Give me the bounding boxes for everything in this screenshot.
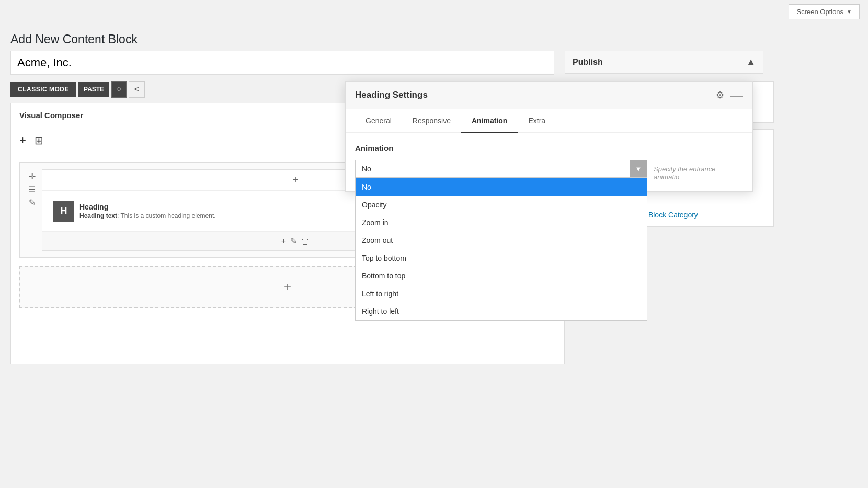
page-title: Add New Content Block xyxy=(0,24,868,51)
animation-option-opacity[interactable]: Opacity xyxy=(356,196,647,214)
animation-hint: Specify the entrance animatio xyxy=(654,160,743,181)
animation-option-right-to-left[interactable]: Right to left xyxy=(356,303,647,320)
screen-options-button[interactable]: Screen Options ▼ xyxy=(789,4,860,19)
vc-add-button[interactable]: + xyxy=(19,134,26,147)
animation-option-zoom-out[interactable]: Zoom out xyxy=(356,231,647,249)
heading-desc-value: This is a custom heading element. xyxy=(120,212,215,219)
animation-select-display[interactable]: No ▼ xyxy=(355,160,647,178)
column-add-button[interactable]: + xyxy=(292,174,299,186)
back-button[interactable]: < xyxy=(129,81,145,98)
animation-select-wrapper: No ▼ NoOpacityZoom inZoom outTop to bott… xyxy=(355,160,647,178)
hs-tab-animation[interactable]: Animation xyxy=(461,109,518,133)
animation-option-left-to-right[interactable]: Left to right xyxy=(356,285,647,303)
vc-panel-title: Visual Composer xyxy=(19,111,83,120)
heading-desc-label: Heading text xyxy=(79,212,117,219)
row-edit-button[interactable]: ✎ xyxy=(28,197,36,207)
vc-grid-button[interactable]: ⊞ xyxy=(35,134,43,147)
hs-tab-extra[interactable]: Extra xyxy=(518,109,556,133)
hs-tab-responsive[interactable]: Responsive xyxy=(402,109,461,133)
hs-section-title: Animation xyxy=(355,144,743,153)
hs-tabs: GeneralResponsiveAnimationExtra xyxy=(346,109,752,133)
empty-row-add-button[interactable]: + xyxy=(284,280,291,294)
hs-settings-button[interactable]: ⚙ xyxy=(716,89,724,101)
animation-dropdown-arrow-icon[interactable]: ▼ xyxy=(630,160,647,177)
publish-panel: Publish ▲ xyxy=(565,51,763,74)
publish-panel-title: Publish xyxy=(573,57,603,67)
hs-tab-general[interactable]: General xyxy=(355,109,402,133)
heading-settings-modal: Heading Settings ⚙ — GeneralResponsiveAn… xyxy=(345,81,753,192)
hs-content: Animation No ▼ NoOpacityZoom inZoom outT… xyxy=(346,133,752,191)
animation-selected-value: No xyxy=(362,165,371,173)
element-delete-action-button[interactable]: 🗑 xyxy=(301,236,310,246)
element-edit-action-button[interactable]: ✎ xyxy=(290,236,297,246)
screen-options-label: Screen Options xyxy=(796,8,843,16)
paste-button[interactable]: PASTE xyxy=(78,82,109,97)
animation-option-no[interactable]: No xyxy=(356,178,647,196)
classic-mode-button[interactable]: CLASSIC MODE xyxy=(10,82,76,97)
animation-option-bottom-to-top[interactable]: Bottom to top xyxy=(356,267,647,285)
animation-dropdown-menu: NoOpacityZoom inZoom outTop to bottomBot… xyxy=(355,178,647,321)
title-input[interactable] xyxy=(10,51,554,75)
publish-collapse-button[interactable]: ▲ xyxy=(746,56,756,67)
element-add-action-button[interactable]: + xyxy=(281,236,286,246)
row-move-button[interactable]: ✛ xyxy=(28,171,36,181)
animation-option-top-to-bottom[interactable]: Top to bottom xyxy=(356,249,647,267)
hs-title: Heading Settings xyxy=(355,90,428,100)
screen-options-arrow-icon: ▼ xyxy=(847,9,852,15)
animation-option-zoom-in[interactable]: Zoom in xyxy=(356,214,647,231)
paste-count: 0 xyxy=(111,81,127,98)
row-align-button[interactable]: ☰ xyxy=(28,184,36,194)
hs-minimize-button[interactable]: — xyxy=(730,89,743,101)
heading-element-icon: H xyxy=(53,201,74,222)
